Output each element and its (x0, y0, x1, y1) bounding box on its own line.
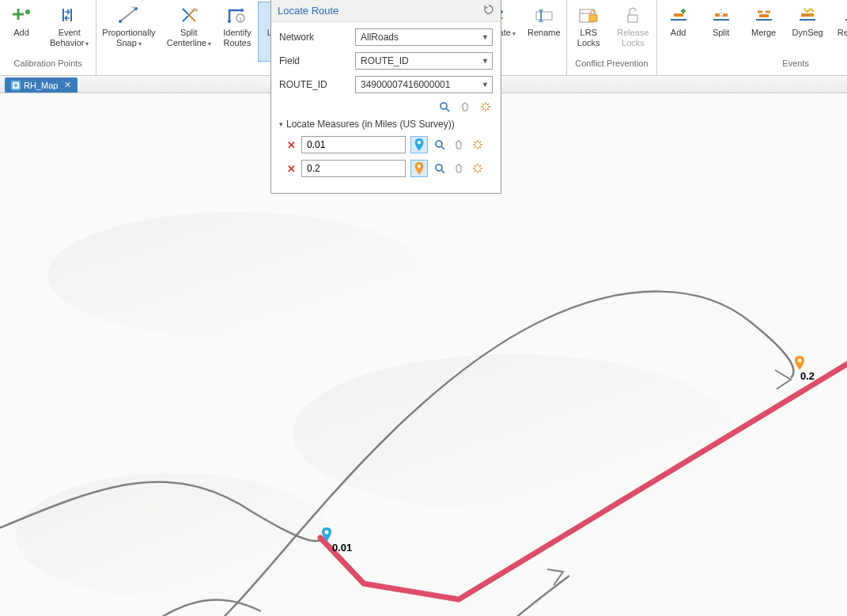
identify-routes-icon: i (223, 4, 251, 26)
network-dropdown[interactable]: AllRoads▼ (355, 28, 493, 46)
lrs-locks-icon (574, 4, 603, 26)
measures-section-toggle[interactable]: ▾ Locate Measures (in Miles (US Survey)) (279, 119, 493, 130)
svg-rect-32 (628, 15, 637, 22)
flash-measure-2[interactable] (471, 161, 485, 176)
pin-m2 (795, 356, 804, 370)
map-icon (11, 81, 21, 90)
svg-line-80 (479, 142, 481, 143)
event-behavior-button[interactable]: EventBehavior▾ (43, 2, 96, 57)
svg-rect-25 (536, 12, 552, 20)
svg-point-58 (16, 473, 332, 599)
release-locks-icon (618, 4, 647, 26)
ribbon-group-label: Events (657, 57, 847, 70)
svg-point-2 (25, 9, 30, 14)
add-cp-icon (7, 4, 36, 26)
lrs-locks-button[interactable]: LRSLocks (567, 2, 610, 57)
add-cp-button[interactable]: Add (0, 2, 43, 57)
field-label: Field (279, 55, 355, 66)
ev-merge-button[interactable]: Merge (743, 2, 785, 57)
svg-point-61 (441, 103, 447, 109)
svg-point-5 (119, 20, 122, 23)
panel-title: Locate Route (278, 5, 338, 17)
pin-m1 (322, 527, 331, 542)
route-id-label: ROUTE_ID (279, 79, 355, 90)
zoom-route-icon[interactable] (437, 100, 452, 114)
pan-route-icon[interactable] (458, 100, 472, 114)
svg-line-79 (479, 146, 481, 148)
ribbon-group-label: Conflict Prevention (567, 57, 656, 70)
rename-icon (530, 4, 558, 26)
refresh-icon[interactable] (483, 4, 494, 17)
svg-line-81 (475, 146, 476, 148)
svg-line-91 (479, 165, 481, 167)
delete-measure-2[interactable]: ✕ (285, 163, 297, 175)
svg-point-82 (418, 164, 421, 168)
svg-line-90 (479, 170, 481, 172)
split-cl-button[interactable]: SplitCenterline▾ (161, 2, 217, 62)
svg-point-8 (228, 20, 231, 23)
svg-line-73 (441, 146, 444, 149)
ev-merge-icon (750, 4, 778, 26)
locate-route-panel: Locate Route Network AllRoads▼ Field ROU… (270, 0, 501, 194)
flash-route-icon[interactable] (478, 100, 493, 114)
svg-point-7 (187, 13, 191, 17)
ribbon-group-label: Calibration Points (0, 57, 96, 70)
pan-measure-1[interactable] (452, 138, 466, 152)
svg-point-57 (293, 354, 735, 512)
zoom-measure-2[interactable] (433, 161, 447, 176)
network-label: Network (279, 32, 355, 43)
ev-add-icon (664, 4, 693, 26)
svg-line-62 (446, 108, 449, 111)
svg-line-89 (475, 165, 476, 167)
svg-point-60 (798, 359, 802, 363)
tab-close-icon[interactable]: ✕ (64, 80, 71, 90)
pin-tool-1[interactable] (410, 136, 428, 153)
svg-line-67 (482, 104, 484, 105)
svg-point-9 (240, 9, 244, 12)
svg-text:i: i (240, 16, 241, 23)
measure-label-2: 0.2 (800, 370, 815, 382)
rename-button[interactable]: Rename (521, 2, 566, 62)
identify-routes-button[interactable]: iIdentifyRoutes (217, 2, 258, 62)
delete-measure-1[interactable]: ✕ (285, 139, 297, 151)
ev-dynseg-icon (793, 4, 822, 26)
ev-dynseg-button[interactable]: DynSeg (785, 2, 830, 57)
flash-measure-1[interactable] (471, 138, 485, 152)
svg-point-59 (325, 531, 329, 535)
prop-snap-icon (115, 4, 143, 26)
ev-split-icon (707, 4, 735, 26)
prop-snap-button[interactable]: ProportionallySnap▾ (96, 2, 161, 62)
pin-tool-2[interactable] (410, 160, 428, 177)
svg-line-70 (482, 108, 484, 110)
ev-add-button[interactable]: Add (657, 2, 700, 57)
svg-line-92 (475, 170, 476, 172)
svg-line-84 (441, 170, 444, 173)
zoom-measure-1[interactable] (433, 138, 447, 152)
field-dropdown[interactable]: ROUTE_ID▼ (355, 52, 493, 70)
measure-input-2[interactable] (301, 160, 406, 177)
split-cl-icon (175, 4, 203, 26)
svg-point-83 (436, 164, 442, 171)
svg-line-68 (487, 108, 489, 110)
ev-replace-button[interactable]: Replace (830, 2, 847, 57)
svg-point-71 (418, 141, 421, 144)
svg-point-72 (436, 141, 442, 147)
svg-line-78 (475, 142, 476, 143)
event-behavior-icon (55, 4, 84, 26)
svg-point-56 (47, 212, 427, 338)
pan-measure-2[interactable] (452, 161, 466, 176)
ev-replace-icon (839, 4, 847, 26)
svg-line-69 (487, 104, 489, 105)
measure-input-1[interactable] (301, 136, 406, 153)
ev-split-button[interactable]: Split (700, 2, 743, 57)
tab-rh-map[interactable]: RH_Map ✕ (5, 77, 78, 93)
release-locks-button: ReleaseLocks (610, 2, 656, 57)
svg-point-6 (134, 7, 138, 10)
route-id-dropdown[interactable]: 34900007416000001▼ (355, 76, 493, 93)
measure-label-1: 0.01 (332, 542, 352, 554)
tab-label: RH_Map (24, 81, 58, 90)
svg-rect-31 (589, 15, 597, 21)
